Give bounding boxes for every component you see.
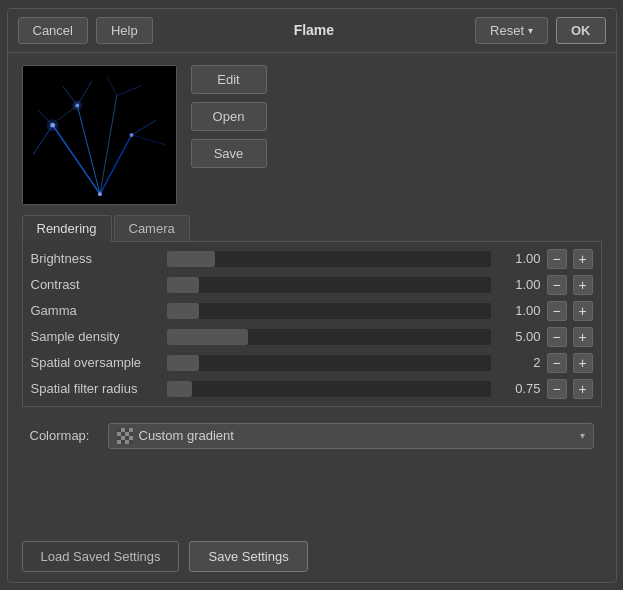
open-button[interactable]: Open [191, 102, 267, 131]
spatial-oversample-value: 2 [503, 355, 541, 370]
help-button[interactable]: Help [96, 17, 153, 44]
spatial-filter-radius-label: Spatial filter radius [31, 381, 161, 396]
save-settings-button[interactable]: Save Settings [189, 541, 307, 572]
flame-preview [22, 65, 177, 205]
load-saved-settings-button[interactable]: Load Saved Settings [22, 541, 180, 572]
gamma-bar[interactable] [167, 303, 491, 319]
svg-point-14 [129, 133, 133, 137]
brightness-decrease[interactable]: − [547, 249, 567, 269]
spatial-filter-radius-bar[interactable] [167, 381, 491, 397]
brightness-increase[interactable]: + [573, 249, 593, 269]
tab-bar: Rendering Camera [22, 215, 602, 242]
contrast-value: 1.00 [503, 277, 541, 292]
contrast-decrease[interactable]: − [547, 275, 567, 295]
flame-svg [23, 66, 176, 204]
setting-spatial-filter-radius: Spatial filter radius 0.75 − + [23, 376, 601, 402]
gamma-label: Gamma [31, 303, 161, 318]
setting-contrast: Contrast 1.00 − + [23, 272, 601, 298]
brightness-bar[interactable] [167, 251, 491, 267]
svg-point-15 [46, 119, 58, 131]
edit-button[interactable]: Edit [191, 65, 267, 94]
reset-label: Reset [490, 23, 524, 38]
header: Cancel Help Flame Reset ▾ OK [8, 9, 616, 53]
dialog-title: Flame [161, 22, 467, 38]
preview-row: Edit Open Save [22, 65, 602, 205]
tab-rendering[interactable]: Rendering [22, 215, 112, 242]
setting-sample-density: Sample density 5.00 − + [23, 324, 601, 350]
content-area: Edit Open Save Rendering Camera Brightne… [8, 53, 616, 531]
cancel-button[interactable]: Cancel [18, 17, 88, 44]
colormap-value: Custom gradient [139, 428, 574, 443]
colormap-row: Colormap: Custom gradient ▾ [22, 417, 602, 455]
sample-density-decrease[interactable]: − [547, 327, 567, 347]
settings-panel: Brightness 1.00 − + Contrast 1.00 − [22, 242, 602, 407]
dialog: Cancel Help Flame Reset ▾ OK [7, 8, 617, 583]
sample-density-value: 5.00 [503, 329, 541, 344]
ok-button[interactable]: OK [556, 17, 606, 44]
contrast-bar[interactable] [167, 277, 491, 293]
colormap-chevron-icon: ▾ [580, 430, 585, 441]
contrast-increase[interactable]: + [573, 275, 593, 295]
contrast-label: Contrast [31, 277, 161, 292]
tabs-container: Rendering Camera Brightness 1.00 − + [22, 215, 602, 407]
spatial-oversample-bar[interactable] [167, 355, 491, 371]
gamma-decrease[interactable]: − [547, 301, 567, 321]
footer: Load Saved Settings Save Settings [8, 531, 616, 582]
sample-density-bar[interactable] [167, 329, 491, 345]
spatial-oversample-decrease[interactable]: − [547, 353, 567, 373]
spatial-filter-radius-value: 0.75 [503, 381, 541, 396]
setting-gamma: Gamma 1.00 − + [23, 298, 601, 324]
svg-point-11 [98, 192, 102, 196]
setting-spatial-oversample: Spatial oversample 2 − + [23, 350, 601, 376]
spatial-filter-radius-decrease[interactable]: − [547, 379, 567, 399]
spatial-filter-radius-increase[interactable]: + [573, 379, 593, 399]
preview-buttons: Edit Open Save [191, 65, 267, 168]
chevron-down-icon: ▾ [528, 25, 533, 36]
setting-brightness: Brightness 1.00 − + [23, 246, 601, 272]
gamma-value: 1.00 [503, 303, 541, 318]
colormap-grid-icon [117, 428, 133, 444]
brightness-value: 1.00 [503, 251, 541, 266]
sample-density-increase[interactable]: + [573, 327, 593, 347]
colormap-label: Colormap: [30, 428, 100, 443]
spatial-oversample-increase[interactable]: + [573, 353, 593, 373]
reset-button[interactable]: Reset ▾ [475, 17, 548, 44]
brightness-label: Brightness [31, 251, 161, 266]
colormap-select[interactable]: Custom gradient ▾ [108, 423, 594, 449]
spatial-oversample-label: Spatial oversample [31, 355, 161, 370]
gamma-increase[interactable]: + [573, 301, 593, 321]
save-button[interactable]: Save [191, 139, 267, 168]
sample-density-label: Sample density [31, 329, 161, 344]
tab-camera[interactable]: Camera [114, 215, 190, 241]
